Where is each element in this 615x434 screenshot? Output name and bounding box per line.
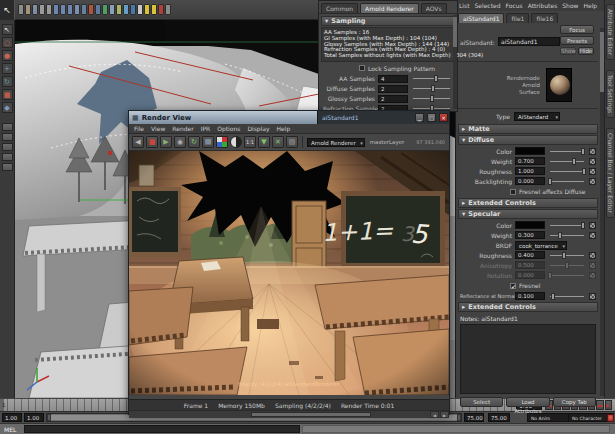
render-settings-tab[interactable]: Arnold Renderer: [360, 3, 419, 13]
active-select-tool-icon[interactable]: ↖: [0, 0, 15, 20]
map-button[interactable]: [589, 272, 596, 279]
copy-tab-button[interactable]: Copy Tab: [553, 397, 596, 407]
map-button[interactable]: [589, 232, 596, 239]
value-field[interactable]: 0.300: [515, 231, 545, 239]
animation-start-field[interactable]: 1.00: [2, 413, 22, 422]
menu-item[interactable]: Focus: [506, 2, 523, 9]
menu-item[interactable]: Help: [583, 2, 597, 9]
menu-item[interactable]: File: [134, 125, 144, 132]
poly-torus-icon[interactable]: [81, 4, 87, 15]
value-field[interactable]: 4: [378, 75, 408, 83]
type-dropdown[interactable]: AiStandard ▾: [514, 112, 560, 121]
undo-icon[interactable]: [39, 4, 45, 15]
brdf-dropdown[interactable]: cook_torrance ▾: [515, 241, 567, 250]
slider-track[interactable]: [413, 98, 450, 99]
slider-track[interactable]: [550, 235, 584, 236]
value-field[interactable]: 2: [378, 95, 408, 103]
slider-handle[interactable]: [548, 272, 552, 279]
slider-handle[interactable]: [430, 95, 434, 102]
layout-four-pane[interactable]: [2, 133, 13, 141]
menu-item[interactable]: Attributes: [528, 2, 558, 9]
paint-effects-icon[interactable]: [116, 4, 122, 15]
slider-track[interactable]: [550, 296, 584, 297]
file-open-icon[interactable]: [25, 4, 31, 15]
minimize-button[interactable]: ▁: [415, 113, 424, 122]
map-button[interactable]: [589, 222, 596, 229]
fresnel-affects-diffuse-checkbox[interactable]: [510, 189, 516, 195]
universal-manip-tool[interactable]: ◆: [2, 102, 13, 113]
move-tool[interactable]: +: [2, 63, 13, 74]
color-picker-icon[interactable]: ▧: [286, 136, 298, 148]
rendered-image[interactable]: 1+1= 3 5: [129, 151, 449, 395]
map-button[interactable]: [589, 168, 596, 175]
graph-editor-icon[interactable]: [123, 4, 129, 15]
menu-item[interactable]: View: [151, 125, 165, 132]
slider-track[interactable]: [550, 171, 584, 172]
menu-item[interactable]: Show: [562, 2, 578, 9]
layout-persp-outliner[interactable]: [2, 143, 13, 151]
poly-sphere-icon[interactable]: [60, 4, 66, 15]
poly-plane-icon[interactable]: [74, 4, 80, 15]
color-swatch[interactable]: [515, 221, 545, 229]
slider-track[interactable]: [550, 225, 584, 226]
slider-handle[interactable]: [581, 222, 585, 229]
slider-handle[interactable]: [565, 262, 569, 269]
range-start-handle[interactable]: [47, 414, 51, 421]
render-settings-tab[interactable]: AOVs: [421, 3, 447, 13]
one-to-one-icon[interactable]: 1:1: [244, 136, 256, 148]
hide-button[interactable]: Hide: [578, 47, 594, 55]
slider-handle[interactable]: [434, 75, 438, 82]
render-settings-scrollbar[interactable]: [453, 15, 457, 109]
slider-handle[interactable]: [581, 148, 585, 155]
menu-item[interactable]: Help: [277, 125, 291, 132]
alpha-channel-icon[interactable]: [230, 136, 242, 148]
dock-vertical-tab[interactable]: Tool Settings: [606, 70, 615, 118]
render-view-icon[interactable]: [137, 4, 143, 15]
render-button[interactable]: ■: [146, 136, 158, 148]
slider-handle[interactable]: [551, 293, 555, 300]
color-swatch[interactable]: [515, 147, 545, 155]
light-icon[interactable]: [151, 4, 157, 15]
scroll-right-icon[interactable]: ▶: [440, 411, 449, 418]
script-editor-icon[interactable]: [165, 4, 171, 15]
poly-cylinder-icon[interactable]: [67, 4, 73, 15]
specular-section-header[interactable]: ▾ Specular: [458, 209, 598, 219]
paint-select-tool[interactable]: ●: [2, 50, 13, 61]
value-field[interactable]: 0.500: [515, 261, 545, 269]
layout-persp-graph[interactable]: [2, 153, 13, 161]
layout-single-pane[interactable]: [2, 123, 13, 131]
sampling-section-header[interactable]: ▾ Sampling: [321, 16, 455, 26]
value-field[interactable]: 0.000: [515, 177, 545, 185]
slider-track[interactable]: [413, 88, 450, 89]
maximize-button[interactable]: □: [427, 113, 436, 122]
node-name-field[interactable]: aiStandard1: [498, 37, 560, 46]
menu-item[interactable]: IPR: [201, 125, 211, 132]
ipr-render-button[interactable]: ▶: [160, 136, 172, 148]
range-end-handle[interactable]: [457, 414, 461, 421]
focus-button[interactable]: Focus: [560, 25, 594, 34]
presets-button[interactable]: Presets: [560, 36, 594, 45]
render-settings-icon[interactable]: [144, 4, 150, 15]
slider-handle[interactable]: [548, 178, 552, 185]
render-settings-tab[interactable]: Common: [321, 3, 358, 13]
renderer-dropdown[interactable]: Arnold Renderer ▾: [307, 138, 365, 147]
map-button[interactable]: [589, 148, 596, 155]
curve-tool-icon[interactable]: [95, 4, 101, 15]
overlapping-window-titlebar[interactable]: aiStandard1 ▁ □ ✕: [317, 111, 449, 124]
slider-track[interactable]: [550, 255, 584, 256]
show-button[interactable]: Show: [560, 47, 576, 55]
edit-mesh-icon[interactable]: [102, 4, 108, 15]
value-field[interactable]: 0.700: [515, 157, 545, 165]
material-preview-swatch[interactable]: [546, 68, 572, 102]
node-tab[interactable]: file16: [531, 13, 558, 23]
refresh-render-icon[interactable]: ↻: [188, 136, 200, 148]
camera-icon[interactable]: [158, 4, 164, 15]
map-button[interactable]: [589, 293, 596, 300]
playback-start-field[interactable]: 1.00: [24, 413, 44, 422]
select-button[interactable]: Select: [460, 397, 503, 407]
render-view-scrollbar[interactable]: ◀ ▶: [129, 410, 449, 418]
rotate-tool[interactable]: ↻: [2, 76, 13, 87]
render-view-titlebar[interactable]: ▦ Render View aiStandard1 ▁ □ ✕: [129, 111, 449, 124]
select-tool[interactable]: ↖: [2, 24, 13, 35]
node-tab[interactable]: aiStandard1: [458, 13, 504, 23]
